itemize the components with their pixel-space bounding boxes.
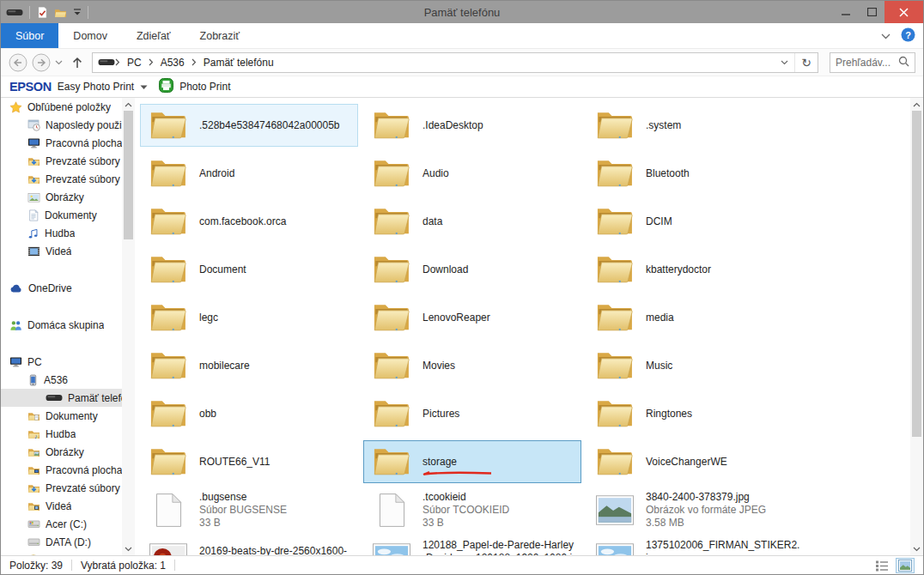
file-tile[interactable]: Pictures bbox=[363, 392, 581, 435]
file-tile[interactable]: .528b4e53847468042a00005b bbox=[140, 104, 358, 147]
breadcrumb-item[interactable]: A536 bbox=[156, 57, 189, 69]
sidebar-item-dokumenty[interactable]: Dokumenty bbox=[1, 206, 122, 224]
photo-print-button[interactable]: Photo Print bbox=[179, 81, 230, 93]
sidebar-item-pracovn-plocha[interactable]: Pracovná plocha bbox=[1, 134, 122, 152]
scroll-up-icon[interactable] bbox=[122, 98, 135, 111]
scroll-up-icon[interactable] bbox=[910, 98, 923, 111]
sidebar-item-pc[interactable]: PC bbox=[1, 353, 122, 371]
minimize-button[interactable] bbox=[833, 1, 859, 23]
tab-súbor[interactable]: Súbor bbox=[1, 23, 58, 48]
sidebar-item-hudba[interactable]: Hudba bbox=[1, 224, 122, 242]
tab-zdieľať[interactable]: Zdieľať bbox=[122, 23, 185, 48]
file-tile[interactable]: Audio bbox=[363, 152, 581, 195]
refresh-icon[interactable]: ↻ bbox=[794, 53, 818, 72]
folder-icon bbox=[149, 397, 187, 430]
sidebar-item-dokumenty[interactable]: Dokumenty bbox=[1, 407, 122, 425]
file-tile[interactable]: .IdeaDesktop bbox=[363, 104, 581, 147]
folder-icon bbox=[373, 253, 410, 286]
help-icon[interactable]: ? bbox=[901, 27, 915, 45]
sidebar-item-a536[interactable]: A536 bbox=[1, 371, 122, 389]
epson-dropdown[interactable]: Easy Photo Print bbox=[58, 81, 134, 93]
file-tile[interactable]: VoiceChangerWE bbox=[587, 440, 805, 483]
file-tile[interactable]: mobilecare bbox=[140, 344, 358, 387]
file-tile[interactable]: storage bbox=[363, 440, 581, 483]
details-view-button[interactable] bbox=[872, 558, 891, 573]
sidebar-item-pracovn-plocha[interactable]: Pracovná plocha bbox=[1, 461, 122, 479]
file-tile[interactable]: data bbox=[363, 200, 581, 243]
file-tile[interactable]: LenovoReaper bbox=[363, 296, 581, 339]
ribbon-collapse-chevron-icon[interactable] bbox=[881, 30, 891, 42]
sidebar-item-dom-ca-skupina[interactable]: Domáca skupina bbox=[1, 316, 122, 334]
sidebar-item-acer-c-[interactable]: Acer (C:) bbox=[1, 515, 122, 533]
sidebar-item-prevzat-s-bory[interactable]: Prevzaté súbory bbox=[1, 152, 122, 170]
sidebar-item-prevzat-s-bory[interactable]: Prevzaté súbory bbox=[1, 479, 122, 497]
address-dropdown-chevron-icon[interactable] bbox=[774, 53, 794, 72]
file-tile[interactable]: legc bbox=[140, 296, 358, 339]
sidebar-item-pam-telef-nu[interactable]: Pamäť telefónu bbox=[1, 389, 122, 407]
recent-pages-chevron-icon[interactable] bbox=[55, 60, 63, 65]
sidebar-item-naposledy-pou-i[interactable]: Naposledy použi bbox=[1, 116, 122, 134]
file-tile[interactable]: 1375102006_FIRMAN_STIKER2.jpgObrázok vo … bbox=[587, 536, 805, 555]
file-name: 1375102006_FIRMAN_STIKER2.jpg bbox=[646, 539, 800, 556]
file-tile[interactable]: Bluetooth bbox=[587, 152, 805, 195]
folder-video-icon bbox=[27, 500, 40, 511]
file-label-block: .528b4e53847468042a00005b bbox=[199, 119, 343, 132]
file-tile[interactable]: .bugsenseSúbor BUGSENSE33 B bbox=[140, 488, 358, 531]
folder-icon bbox=[149, 253, 187, 286]
sidebar-spacer bbox=[1, 334, 122, 353]
scroll-down-icon[interactable] bbox=[910, 542, 923, 555]
file-tile[interactable]: Movies bbox=[363, 344, 581, 387]
divider bbox=[174, 560, 175, 571]
file-tile[interactable]: ROUTE66_V11 bbox=[140, 440, 358, 483]
address-bar[interactable]: PCA536Pamäť telefónu ↻ bbox=[92, 52, 818, 73]
file-tile[interactable]: 3840-2400-378379.jpgObrázok vo formáte J… bbox=[587, 488, 805, 531]
tab-zobraziť[interactable]: Zobraziť bbox=[185, 23, 254, 48]
sidebar-scrollbar[interactable] bbox=[122, 98, 135, 555]
sidebar-item-onedrive[interactable]: OneDrive bbox=[1, 279, 122, 297]
file-tile[interactable]: obb bbox=[140, 392, 358, 435]
epson-dropdown-chevron-icon[interactable] bbox=[140, 81, 148, 93]
file-tile[interactable]: Download bbox=[363, 248, 581, 291]
thumbnail-view-button[interactable] bbox=[896, 558, 915, 573]
main-scrollbar[interactable] bbox=[910, 98, 923, 555]
tab-domov[interactable]: Domov bbox=[58, 23, 122, 48]
maximize-button[interactable] bbox=[859, 1, 884, 23]
sidebar-item-obr-zky[interactable]: Obrázky bbox=[1, 188, 122, 206]
sidebar-item-vide-[interactable]: Videá bbox=[1, 242, 122, 260]
file-tile[interactable]: Android bbox=[140, 152, 358, 195]
file-tile[interactable]: Music bbox=[587, 344, 805, 387]
scroll-down-icon[interactable] bbox=[122, 542, 135, 555]
close-button[interactable] bbox=[884, 1, 923, 23]
breadcrumb-item[interactable]: PC bbox=[123, 57, 146, 69]
new-folder-icon[interactable] bbox=[54, 7, 67, 18]
sidebar-item-obr-zky[interactable]: Obrázky bbox=[1, 443, 122, 461]
file-tile[interactable]: media bbox=[587, 296, 805, 339]
up-button[interactable] bbox=[70, 56, 84, 70]
file-tile[interactable]: kbatterydoctor bbox=[587, 248, 805, 291]
scrollbar-thumb[interactable] bbox=[124, 111, 133, 239]
file-label-block: VoiceChangerWE bbox=[646, 456, 731, 469]
breadcrumb-item[interactable]: Pamäť telefónu bbox=[199, 57, 278, 69]
file-tile[interactable]: com.facebook.orca bbox=[140, 200, 358, 243]
sidebar-item-vide-[interactable]: Videá bbox=[1, 497, 122, 515]
properties-check-icon[interactable] bbox=[36, 6, 48, 19]
back-button[interactable] bbox=[9, 53, 27, 72]
file-tile[interactable]: Document bbox=[140, 248, 358, 291]
sidebar-item-prevzat-s-bory[interactable]: Prevzaté súbory bbox=[1, 170, 122, 188]
file-tile[interactable]: .system bbox=[587, 104, 805, 147]
forward-button[interactable] bbox=[32, 53, 51, 72]
file-tile[interactable]: .tcookieidSúbor TCOOKIEID33 B bbox=[363, 488, 581, 531]
sidebar-spacer bbox=[1, 260, 122, 279]
sidebar-item-ob-ben-polo-ky[interactable]: Obľúbené položky bbox=[1, 98, 122, 116]
file-tile[interactable]: 20169-beats-by-dre-2560x1600-music-wallp… bbox=[140, 536, 358, 555]
scrollbar-thumb[interactable] bbox=[912, 111, 921, 437]
search-input[interactable]: Prehľadáv... bbox=[830, 52, 915, 73]
sidebar-item-data-d-[interactable]: DATA (D:) bbox=[1, 533, 122, 551]
file-name: LenovoReaper bbox=[422, 312, 490, 324]
file-tile[interactable]: Ringtones bbox=[587, 392, 805, 435]
file-name: legc bbox=[199, 312, 218, 324]
file-tile[interactable]: 120188_Papel-de-Parede-Harley-Davidson--… bbox=[363, 536, 581, 555]
file-tile[interactable]: DCIM bbox=[587, 200, 805, 243]
qat-dropdown-icon[interactable] bbox=[73, 9, 82, 16]
sidebar-item-hudba[interactable]: ♪Hudba bbox=[1, 425, 122, 443]
